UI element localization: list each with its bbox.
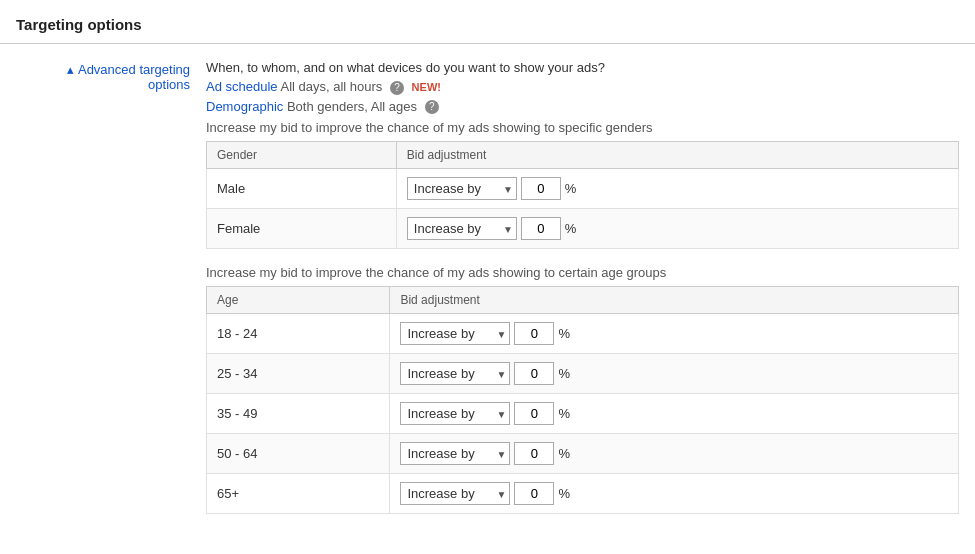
age-bid-input-2[interactable] [514, 402, 554, 425]
age-bid-cell: Increase byDecrease byDon't bid▼% [390, 394, 959, 434]
ad-schedule-value: All days, all hours [280, 79, 382, 94]
age-bid-select-3[interactable]: Increase byDecrease byDon't bid [400, 442, 510, 465]
age-row-label: 35 - 49 [207, 394, 390, 434]
age-row-label: 25 - 34 [207, 354, 390, 394]
advanced-targeting-link[interactable]: Advanced targetingoptions [78, 62, 190, 92]
gender-col-header-bid: Bid adjustment [396, 142, 958, 169]
age-bid-select-0[interactable]: Increase byDecrease byDon't bid [400, 322, 510, 345]
ad-schedule-line: Ad schedule All days, all hours ? NEW! [206, 79, 959, 95]
gender-bid-input-0[interactable] [521, 177, 561, 200]
age-bid-cell: Increase byDecrease byDon't bid▼% [390, 354, 959, 394]
age-table: Age Bid adjustment 18 - 24Increase byDec… [206, 286, 959, 514]
age-col-header-bid: Bid adjustment [390, 287, 959, 314]
percent-label: % [558, 486, 570, 501]
age-bid-select-1[interactable]: Increase byDecrease byDon't bid [400, 362, 510, 385]
age-bid-improve-text: Increase my bid to improve the chance of… [206, 265, 959, 280]
age-bid-input-0[interactable] [514, 322, 554, 345]
age-row-label: 18 - 24 [207, 314, 390, 354]
percent-label: % [558, 406, 570, 421]
table-row: 25 - 34Increase byDecrease byDon't bid▼% [207, 354, 959, 394]
demographic-help-icon[interactable]: ? [425, 100, 439, 114]
table-row: FemaleIncrease byDecrease byDon't bid▼% [207, 209, 959, 249]
caret-icon: ▴ [67, 62, 74, 77]
table-row: 35 - 49Increase byDecrease byDon't bid▼% [207, 394, 959, 434]
age-bid-select-4[interactable]: Increase byDecrease byDon't bid [400, 482, 510, 505]
age-row-label: 65+ [207, 474, 390, 514]
ad-schedule-help-icon[interactable]: ? [390, 81, 404, 95]
age-bid-input-4[interactable] [514, 482, 554, 505]
table-row: MaleIncrease byDecrease byDon't bid▼% [207, 169, 959, 209]
gender-bid-improve-text: Increase my bid to improve the chance of… [206, 120, 959, 135]
gender-bid-select-0[interactable]: Increase byDecrease byDon't bid [407, 177, 517, 200]
percent-label: % [558, 446, 570, 461]
page-title: Targeting options [0, 16, 975, 44]
demographic-link[interactable]: Demographic [206, 99, 283, 114]
percent-label: % [565, 181, 577, 196]
percent-label: % [558, 326, 570, 341]
age-col-header-name: Age [207, 287, 390, 314]
age-bid-cell: Increase byDecrease byDon't bid▼% [390, 314, 959, 354]
demographic-line: Demographic Both genders, All ages ? [206, 99, 959, 115]
age-bid-input-3[interactable] [514, 442, 554, 465]
age-bid-select-2[interactable]: Increase byDecrease byDon't bid [400, 402, 510, 425]
age-row-label: 50 - 64 [207, 434, 390, 474]
ad-schedule-link[interactable]: Ad schedule [206, 79, 278, 94]
section-content: When, to whom, and on what devices do yo… [206, 60, 959, 530]
gender-table: Gender Bid adjustment MaleIncrease byDec… [206, 141, 959, 249]
age-bid-input-1[interactable] [514, 362, 554, 385]
gender-row-label: Male [207, 169, 397, 209]
age-bid-cell: Increase byDecrease byDon't bid▼% [390, 474, 959, 514]
percent-label: % [558, 366, 570, 381]
demographic-value: Both genders, All ages [287, 99, 417, 114]
gender-bid-input-1[interactable] [521, 217, 561, 240]
new-badge: NEW! [412, 81, 441, 93]
percent-label: % [565, 221, 577, 236]
gender-bid-select-1[interactable]: Increase byDecrease byDon't bid [407, 217, 517, 240]
section-label: ▴Advanced targetingoptions [16, 60, 206, 530]
description-text: When, to whom, and on what devices do yo… [206, 60, 959, 75]
gender-col-header-name: Gender [207, 142, 397, 169]
table-row: 65+Increase byDecrease byDon't bid▼% [207, 474, 959, 514]
table-row: 50 - 64Increase byDecrease byDon't bid▼% [207, 434, 959, 474]
table-row: 18 - 24Increase byDecrease byDon't bid▼% [207, 314, 959, 354]
gender-bid-cell: Increase byDecrease byDon't bid▼% [396, 209, 958, 249]
gender-bid-cell: Increase byDecrease byDon't bid▼% [396, 169, 958, 209]
age-bid-cell: Increase byDecrease byDon't bid▼% [390, 434, 959, 474]
gender-row-label: Female [207, 209, 397, 249]
